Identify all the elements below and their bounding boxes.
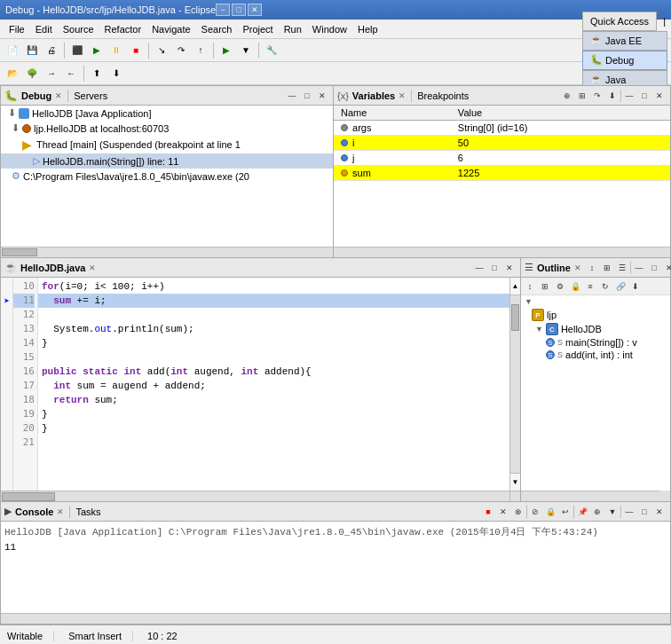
var-icon-3[interactable]: ↷ xyxy=(590,89,604,103)
quick-access-button[interactable]: Quick Access xyxy=(582,12,657,31)
var-hscroll[interactable] xyxy=(334,247,670,257)
minimize-console[interactable]: — xyxy=(622,505,636,519)
outline-btn-1[interactable]: ↕ xyxy=(585,261,599,275)
maximize-editor[interactable]: □ xyxy=(487,261,501,275)
console-tab[interactable]: Console xyxy=(15,507,53,517)
java-ee-perspective[interactable]: ☕ Java EE xyxy=(582,31,667,51)
debug-tree-item-1[interactable]: ⬇ HelloJDB [Java Application] xyxy=(1,106,333,121)
menu-run[interactable]: Run xyxy=(279,22,307,36)
var-row-i[interactable]: i 50 xyxy=(334,136,670,151)
step-over[interactable]: ↷ xyxy=(172,42,190,59)
variables-tab[interactable]: Variables xyxy=(352,90,395,101)
run-last[interactable]: ▼ xyxy=(237,42,255,59)
scroll-down[interactable]: ▼ xyxy=(510,473,520,491)
close-panel[interactable]: ✕ xyxy=(315,89,329,103)
close-var[interactable]: ✕ xyxy=(652,89,667,103)
menu-file[interactable]: File xyxy=(4,22,30,36)
debug-tree-item-2[interactable]: ⬇ ljp.HelloJDB at localhost:60703 xyxy=(1,121,333,136)
var-row-args[interactable]: args String[0] (id=16) xyxy=(334,121,670,136)
editor-vscroll[interactable]: ▲ ▼ xyxy=(509,278,520,491)
outline-btn-3[interactable]: ☰ xyxy=(615,261,629,275)
minimize-panel[interactable]: — xyxy=(285,89,299,103)
scroll-thumb[interactable] xyxy=(511,304,519,331)
minimize-var[interactable]: — xyxy=(622,89,636,103)
hscroll-thumb[interactable] xyxy=(2,248,37,256)
menu-source[interactable]: Source xyxy=(58,22,99,36)
maximize-console[interactable]: □ xyxy=(637,505,651,519)
maximize-panel[interactable]: □ xyxy=(300,89,314,103)
console-tab-close[interactable]: ✕ xyxy=(57,507,64,516)
console-hscroll[interactable] xyxy=(1,613,670,624)
outline-tb-3[interactable]: ⚙ xyxy=(553,279,567,294)
code-content[interactable]: for(i=0; i< 100; i++) sum += i; System.o… xyxy=(38,278,509,491)
outline-item-add[interactable]: S S add(int, int) : int xyxy=(521,349,670,361)
outline-tb-6[interactable]: ↻ xyxy=(598,279,612,294)
close-editor[interactable]: ✕ xyxy=(502,261,517,275)
outline-tab-close[interactable]: ✕ xyxy=(574,263,581,272)
terminate[interactable]: ■ xyxy=(127,42,145,59)
maximize-var[interactable]: □ xyxy=(637,89,651,103)
debug-tree-item-5[interactable]: ⚙ C:\Program Files\Java\jre1.8.0_45\bin\… xyxy=(1,169,333,184)
var-row-j[interactable]: j 6 xyxy=(334,151,670,166)
remove-launch[interactable]: ✕ xyxy=(496,505,510,519)
outline-tb-2[interactable]: ⊞ xyxy=(538,279,552,294)
outline-tb-8[interactable]: ⬇ xyxy=(628,279,643,294)
save-button[interactable]: 💾 xyxy=(23,42,41,59)
maximize-button[interactable]: □ xyxy=(232,4,246,16)
debug-hscroll[interactable] xyxy=(1,247,333,257)
debug-perspective[interactable]: 🐛 Debug xyxy=(582,51,667,70)
debug-tree-item-4[interactable]: ▷ HelloJDB.main(String[]) line: 11 xyxy=(1,153,333,169)
open-type[interactable]: 📂 xyxy=(4,65,21,82)
console-options[interactable]: ▼ xyxy=(605,505,620,519)
hierarchy[interactable]: 🌳 xyxy=(23,65,41,82)
open-console[interactable]: ⊕ xyxy=(590,505,604,519)
run-debug[interactable]: ⬛ xyxy=(68,42,86,59)
menu-help[interactable]: Help xyxy=(352,22,383,36)
outline-btn-2[interactable]: ⊞ xyxy=(600,261,614,275)
var-icon-1[interactable]: ⊕ xyxy=(560,89,574,103)
step-return[interactable]: ↑ xyxy=(192,42,209,59)
menu-navigate[interactable]: Navigate xyxy=(146,22,195,36)
debug-tree-item-3[interactable]: ▶ Thread [main] (Suspended (breakpoint a… xyxy=(1,136,333,153)
next-annotation[interactable]: ⬇ xyxy=(107,65,125,82)
menu-refactor[interactable]: Refactor xyxy=(99,22,147,36)
new-button[interactable]: 📄 xyxy=(4,42,21,59)
var-icon-2[interactable]: ⊞ xyxy=(575,89,589,103)
var-row-sum[interactable]: sum 1225 xyxy=(334,166,670,181)
maximize-outline[interactable]: □ xyxy=(647,261,661,275)
clear-console[interactable]: ⊘ xyxy=(528,505,542,519)
close-outline[interactable]: ✕ xyxy=(662,261,671,275)
console-content[interactable]: HelloJDB [Java Application] C:\Program F… xyxy=(1,522,670,613)
menu-edit[interactable]: Edit xyxy=(30,22,58,36)
word-wrap[interactable]: ↩ xyxy=(558,505,572,519)
menu-project[interactable]: Project xyxy=(237,22,278,36)
debug-tab[interactable]: Debug xyxy=(21,90,51,101)
back[interactable]: ← xyxy=(62,65,80,82)
outline-tb-5[interactable]: ≡ xyxy=(583,279,597,294)
tasks-tab[interactable]: Tasks xyxy=(75,507,100,517)
outline-tb-7[interactable]: 🔗 xyxy=(613,279,628,294)
minimize-button[interactable]: − xyxy=(216,4,230,16)
terminate-btn[interactable]: ■ xyxy=(481,505,495,519)
resume[interactable]: ▶ xyxy=(88,42,106,59)
outline-expand-btn[interactable]: ▼ xyxy=(521,295,670,308)
outline-tb-4[interactable]: 🔒 xyxy=(568,279,582,294)
external-tools[interactable]: 🔧 xyxy=(263,42,280,59)
suspend[interactable]: ⏸ xyxy=(107,42,125,59)
next[interactable]: → xyxy=(43,65,60,82)
pin-console[interactable]: 📌 xyxy=(575,505,589,519)
breakpoints-tab[interactable]: Breakpoints xyxy=(417,90,469,101)
window-controls[interactable]: − □ ✕ xyxy=(216,4,262,16)
debug-tab-close[interactable]: ✕ xyxy=(55,91,62,100)
minimize-outline[interactable]: — xyxy=(632,261,646,275)
minimize-editor[interactable]: — xyxy=(472,261,486,275)
outline-hscroll[interactable] xyxy=(521,491,659,501)
remove-all-launches[interactable]: ⊗ xyxy=(511,505,525,519)
close-console[interactable]: ✕ xyxy=(652,505,667,519)
menu-window[interactable]: Window xyxy=(307,22,352,36)
editor-tab-close[interactable]: ✕ xyxy=(89,263,96,272)
outline-tab[interactable]: Outline xyxy=(537,263,571,273)
scroll-up[interactable]: ▲ xyxy=(510,278,520,295)
outline-item-ljp[interactable]: P ljp xyxy=(521,308,670,322)
hscroll-thumb[interactable] xyxy=(2,492,55,501)
